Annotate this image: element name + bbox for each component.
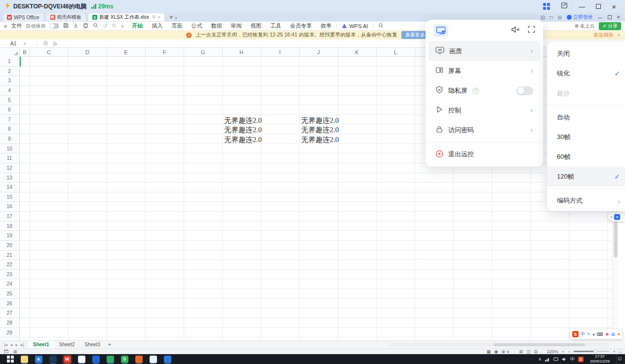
zoom-level[interactable]: 220%: [547, 349, 558, 354]
autosave-toggle[interactable]: [49, 23, 59, 29]
accessibility-icon[interactable]: ⊞: [13, 349, 17, 354]
undo-icon[interactable]: ↺: [103, 23, 107, 29]
fullscreen-icon[interactable]: [528, 26, 535, 35]
row-header-7[interactable]: 7: [0, 115, 19, 125]
sheet-tab-sheet1[interactable]: Sheet1: [28, 341, 54, 348]
select-all-corner[interactable]: [0, 48, 20, 57]
tab-close-icon[interactable]: ×: [158, 15, 160, 20]
column-header-J[interactable]: J: [299, 48, 338, 57]
row-header-24[interactable]: 24: [0, 279, 19, 289]
ribbon-tab-3[interactable]: 公式: [191, 21, 202, 31]
row-header-1[interactable]: 1: [0, 57, 19, 67]
fit-screen-icon[interactable]: ⛶: [619, 349, 622, 354]
print-icon[interactable]: [83, 23, 88, 29]
taskbar-app-edge-browser[interactable]: e: [35, 356, 42, 363]
save-icon[interactable]: [63, 23, 69, 29]
row-header-23[interactable]: 23: [0, 270, 19, 280]
row-header-12[interactable]: 12: [0, 163, 19, 173]
window-icon[interactable]: □: [550, 15, 553, 20]
row-header-2[interactable]: 2: [0, 67, 19, 76]
menu-item-access-password[interactable]: 访问密码›: [429, 120, 540, 140]
close-button[interactable]: ×: [612, 3, 616, 10]
hamburger-icon[interactable]: ≡: [4, 23, 7, 29]
row-header-25[interactable]: 25: [0, 289, 19, 299]
page-layout-view-icon[interactable]: ◫: [526, 349, 531, 354]
share-button[interactable]: ⇗ 分享: [599, 22, 621, 30]
horizontal-scrollbar[interactable]: [390, 343, 610, 347]
row-header-16[interactable]: 16: [0, 202, 19, 212]
cloud-status[interactable]: ⊕ 未上云: [575, 23, 595, 30]
ribbon-tab-2[interactable]: 页面: [171, 21, 182, 31]
column-header-K[interactable]: K: [338, 48, 376, 57]
ime-toolbox-icon[interactable]: ⊞: [611, 332, 615, 337]
wps-restore-button[interactable]: [608, 15, 612, 19]
taskbar-app-app-blue[interactable]: [164, 356, 171, 363]
row-header-8[interactable]: 8: [0, 124, 19, 134]
sogou-logo-icon[interactable]: S: [572, 331, 579, 337]
taskbar-app-app-orange[interactable]: [135, 356, 143, 363]
name-box[interactable]: A1∨: [0, 39, 37, 47]
column-header-L[interactable]: L: [376, 48, 415, 57]
wps-tab-1[interactable]: 稻稻壳AI模板: [46, 13, 85, 21]
preview-icon[interactable]: [93, 23, 98, 29]
row-header-4[interactable]: 4: [0, 86, 19, 96]
row-header-18[interactable]: 18: [0, 221, 19, 231]
file-menu[interactable]: 文件: [11, 22, 22, 30]
ribbon-tab-5[interactable]: 审阅: [231, 21, 241, 31]
row-header-17[interactable]: 17: [0, 212, 19, 221]
taskbar-app-app-green-circle[interactable]: [107, 356, 114, 363]
ime-keyboard-icon[interactable]: ⌨: [597, 332, 603, 337]
ribbon-tab-7[interactable]: 工具: [270, 21, 281, 31]
row-header-21[interactable]: 21: [0, 251, 19, 260]
sheet-tab-sheet2[interactable]: Sheet2: [54, 341, 80, 348]
sheet-nav-prev-icon[interactable]: ◂: [10, 342, 13, 347]
apps-grid-icon[interactable]: [543, 3, 550, 10]
row-header-5[interactable]: 5: [0, 96, 19, 106]
search-icon[interactable]: [378, 23, 384, 29]
send-report-link[interactable]: 发送报告: [593, 32, 613, 38]
minimize-button[interactable]: —: [579, 3, 585, 10]
taskbar-app-steam[interactable]: [49, 356, 57, 363]
sogou-ime-toolbar[interactable]: S 中 ✎ ♦ ⌨ ❖ ⊞ ✦: [570, 329, 623, 339]
ribbon-tab-0[interactable]: 开始: [132, 21, 143, 31]
sheet-tab-sheet3[interactable]: Sheet3: [79, 341, 105, 348]
page-break-view-icon[interactable]: ⊟: [534, 349, 538, 354]
more-chevron-icon[interactable]: ∨: [121, 24, 124, 29]
row-header-19[interactable]: 19: [0, 231, 19, 241]
row-header-27[interactable]: 27: [0, 308, 19, 318]
column-header-C[interactable]: C: [30, 48, 68, 57]
wps-minimize-button[interactable]: —: [598, 15, 603, 20]
network-icon[interactable]: [545, 355, 550, 364]
sheet-nav-last-icon[interactable]: ▸|: [21, 342, 24, 347]
ribbon-tab-9[interactable]: 效率: [320, 21, 331, 31]
ribbon-tab-1[interactable]: 插入: [152, 21, 162, 31]
language-icon[interactable]: ⊕ ∨: [502, 349, 510, 354]
row-header-28[interactable]: 28: [0, 318, 19, 328]
wps-tab-2[interactable]: S新建 XLSX 工作表.xlsx⛨×: [88, 13, 164, 21]
wps-close-button[interactable]: ×: [617, 14, 620, 21]
eye-icon[interactable]: ◉: [494, 349, 498, 354]
wps-tab-0[interactable]: WWPS Office: [3, 13, 43, 21]
ime-mode-icon[interactable]: 中: [581, 331, 585, 337]
namebox-chevron-icon[interactable]: ∨: [23, 41, 26, 46]
row-header-3[interactable]: 3: [0, 76, 19, 86]
ime-settings-icon[interactable]: ✦: [617, 332, 621, 337]
clock[interactable]: 17:37 2025/12/29: [587, 354, 613, 364]
menu-item-screen[interactable]: 屏幕›: [429, 61, 540, 81]
menu-item-privacy-screen[interactable]: 隐私屏?: [429, 81, 540, 101]
normal-view-icon[interactable]: ⊞: [519, 349, 523, 354]
horizontal-scrollbar-thumb[interactable]: [494, 343, 585, 346]
column-header-E[interactable]: E: [107, 48, 145, 57]
calendar-icon[interactable]: ⊡: [541, 15, 545, 20]
reference-icon[interactable]: [43, 40, 48, 47]
ime-mic-icon[interactable]: ♦: [592, 332, 595, 337]
row-header-20[interactable]: 20: [0, 241, 19, 251]
zoom-in-button[interactable]: +: [613, 349, 615, 354]
privacy-screen-toggle[interactable]: [516, 86, 533, 95]
quality-option-fps-60[interactable]: 60帧: [547, 147, 625, 167]
wps-ai-button[interactable]: WPS AI: [342, 23, 368, 29]
zoom-slider-knob[interactable]: [593, 350, 597, 354]
column-header-D[interactable]: D: [68, 48, 107, 57]
login-button[interactable]: 立即登录: [567, 14, 593, 21]
sheet-nav-first-icon[interactable]: |◂: [4, 342, 7, 347]
